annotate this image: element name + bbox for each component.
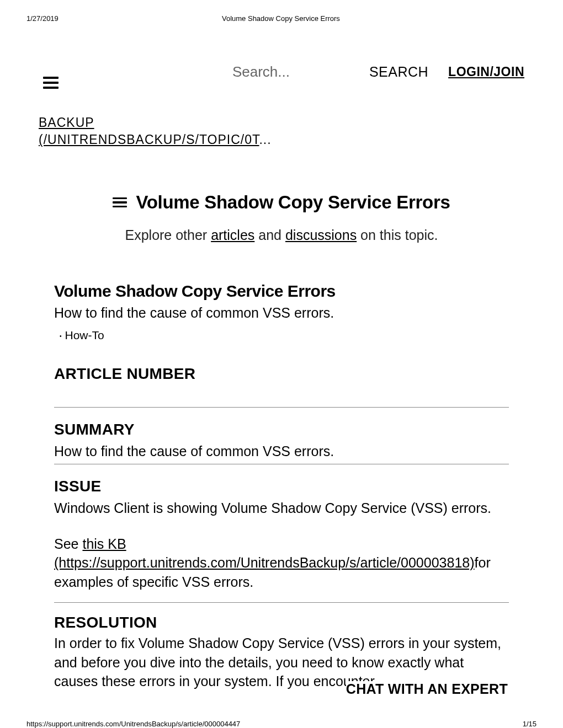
article-number-heading: ARTICLE NUMBER <box>54 365 509 383</box>
divider <box>54 464 509 464</box>
breadcrumb-link[interactable]: BACKUP(/UNITRENDSBACKUP/S/TOPIC/0T <box>39 115 259 147</box>
login-link[interactable]: LOGIN/JOIN <box>448 65 524 79</box>
explore-suffix: on this topic. <box>357 227 438 243</box>
explore-row: Explore other articles and discussions o… <box>39 227 524 243</box>
issue-see-also: See this KB(https://support.unitrends.co… <box>54 534 509 592</box>
print-date: 1/27/2019 <box>26 14 59 23</box>
articles-link[interactable]: articles <box>211 227 254 243</box>
search-input[interactable] <box>231 63 349 81</box>
article-subtitle: Volume Shadow Copy Service Errors <box>54 282 509 301</box>
breadcrumb-line2: (/UNITRENDSBACKUP/S/TOPIC/0T <box>39 132 259 147</box>
kb-link[interactable]: this KB(https://support.unitrends.com/Un… <box>54 536 475 571</box>
page-title: Volume Shadow Copy Service Errors <box>136 192 450 213</box>
issue-see-prefix: See <box>54 536 82 552</box>
print-url: https://support.unitrends.com/UnitrendsB… <box>26 720 240 728</box>
menu-icon[interactable] <box>43 77 59 89</box>
bullet-icon: • <box>60 333 62 339</box>
explore-mid: and <box>254 227 285 243</box>
breadcrumb-line1: BACKUP <box>39 115 94 130</box>
tag-row: •How-To <box>60 329 509 342</box>
search-button[interactable]: SEARCH <box>366 63 432 81</box>
kb-link-line1: this KB <box>82 536 126 552</box>
discussions-link[interactable]: discussions <box>285 227 357 243</box>
kb-link-line2: (https://support.unitrends.com/Unitrends… <box>54 555 475 570</box>
search-area: SEARCH LOGIN/JOIN <box>59 63 524 81</box>
summary-heading: SUMMARY <box>54 421 509 438</box>
issue-heading: ISSUE <box>54 478 509 495</box>
chat-button[interactable]: CHAT WITH AN EXPERT <box>346 681 508 697</box>
article-menu-icon[interactable] <box>113 197 127 208</box>
issue-text: Windows Client is showing Volume Shadow … <box>54 499 509 518</box>
summary-text: How to find the cause of common VSS erro… <box>54 442 509 461</box>
breadcrumb-trail: ... <box>259 132 271 147</box>
resolution-heading: RESOLUTION <box>54 614 509 631</box>
top-bar: SEARCH LOGIN/JOIN <box>0 55 563 89</box>
article-content: Volume Shadow Copy Service Errors How to… <box>0 243 563 691</box>
article-tag: How-To <box>65 329 104 341</box>
print-page: 1/15 <box>523 720 537 728</box>
article-desc: How to find the cause of common VSS erro… <box>54 305 509 321</box>
divider <box>54 407 509 408</box>
print-title: Volume Shadow Copy Service Errors <box>59 14 503 23</box>
breadcrumb: BACKUP(/UNITRENDSBACKUP/S/TOPIC/0T... <box>0 89 563 148</box>
divider <box>54 602 509 603</box>
article-header: Volume Shadow Copy Service Errors Explor… <box>0 191 563 243</box>
print-header: 1/27/2019 Volume Shadow Copy Service Err… <box>0 0 563 27</box>
explore-prefix: Explore other <box>125 227 211 243</box>
